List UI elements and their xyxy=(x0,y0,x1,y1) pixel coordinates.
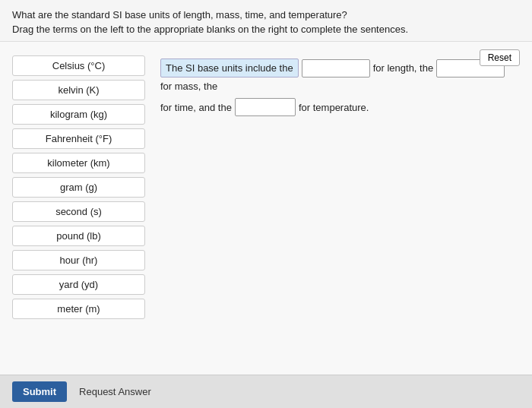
term-item[interactable]: gram (g) xyxy=(12,177,145,198)
sentence-part1: The SI base units include the xyxy=(160,59,299,77)
footer-bar: Submit Request Answer xyxy=(0,375,532,408)
submit-button[interactable]: Submit xyxy=(12,381,67,402)
page-container: What are the standard SI base units of l… xyxy=(0,0,532,408)
main-content: Reset Celsius (°C)kelvin (K)kilogram (kg… xyxy=(0,42,532,375)
label-length: for length, the xyxy=(373,62,434,74)
instruction-text: Drag the terms on the left to the approp… xyxy=(12,24,520,35)
term-item[interactable]: kilometer (km) xyxy=(12,153,145,173)
question-area: What are the standard SI base units of l… xyxy=(0,0,532,42)
blank-time[interactable] xyxy=(235,98,296,116)
term-item[interactable]: pound (lb) xyxy=(12,226,145,246)
sentence-line-2: for time, and the for temperature. xyxy=(160,98,520,116)
label-temp: for temperature. xyxy=(299,102,369,113)
term-item[interactable]: meter (m) xyxy=(12,299,145,319)
term-item[interactable]: second (s) xyxy=(12,201,145,222)
drag-drop-area: Celsius (°C)kelvin (K)kilogram (kg)Fahre… xyxy=(12,55,520,319)
sentence-area: The SI base units include the for length… xyxy=(160,55,520,319)
request-answer-link[interactable]: Request Answer xyxy=(79,386,151,397)
reset-button[interactable]: Reset xyxy=(480,49,520,66)
term-item[interactable]: Celsius (°C) xyxy=(12,55,145,76)
term-item[interactable]: kilogram (kg) xyxy=(12,104,145,125)
term-item[interactable]: Fahrenheit (°F) xyxy=(12,128,145,149)
term-item[interactable]: hour (hr) xyxy=(12,250,145,270)
term-item[interactable]: kelvin (K) xyxy=(12,80,145,100)
term-item[interactable]: yard (yd) xyxy=(12,274,145,295)
terms-column: Celsius (°C)kelvin (K)kilogram (kg)Fahre… xyxy=(12,55,145,319)
label-mass: for mass, the xyxy=(160,81,217,92)
blank-length[interactable] xyxy=(302,59,370,77)
sentence-line-1: The SI base units include the for length… xyxy=(160,59,520,92)
label-time: for time, and the xyxy=(160,102,232,113)
question-text: What are the standard SI base units of l… xyxy=(12,9,520,21)
